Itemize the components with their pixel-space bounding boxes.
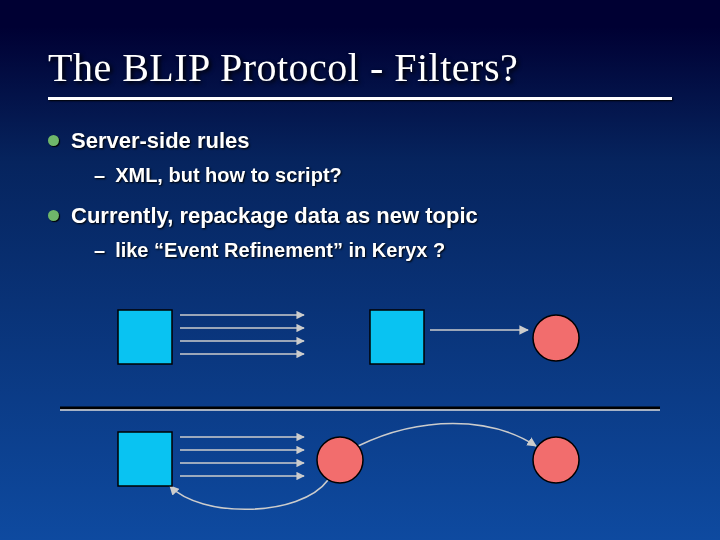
- feedback-arrow: [170, 480, 328, 509]
- title-underline: [48, 97, 672, 100]
- slide-title: The BLIP Protocol - Filters?: [48, 44, 672, 91]
- sub-bullet-text: like “Event Refinement” in Keryx ?: [115, 239, 445, 262]
- dash-icon: –: [94, 239, 105, 262]
- sink-circle: [533, 315, 579, 361]
- relay-square: [370, 310, 424, 364]
- forward-arrow: [358, 424, 536, 447]
- slide-content: Server-side rules – XML, but how to scri…: [48, 128, 672, 262]
- sub-bullet-text: XML, but how to script?: [115, 164, 342, 187]
- arrow-group-bottom-left: [180, 437, 304, 476]
- bullet-text: Server-side rules: [71, 128, 250, 154]
- arrow-group-top-left: [180, 315, 304, 354]
- dash-icon: –: [94, 164, 105, 187]
- sink-circle-2: [533, 437, 579, 483]
- bullet-text: Currently, repackage data as new topic: [71, 203, 478, 229]
- source-square-2: [118, 432, 172, 486]
- bullet-item: Server-side rules: [48, 128, 672, 154]
- bullet-dot-icon: [48, 210, 59, 221]
- slide: The BLIP Protocol - Filters? Server-side…: [0, 0, 720, 540]
- bullet-dot-icon: [48, 135, 59, 146]
- sub-bullet-item: – XML, but how to script?: [94, 164, 672, 187]
- flow-diagram: [0, 300, 720, 530]
- source-square: [118, 310, 172, 364]
- bullet-item: Currently, repackage data as new topic: [48, 203, 672, 229]
- sub-bullet-item: – like “Event Refinement” in Keryx ?: [94, 239, 672, 262]
- filter-circle: [317, 437, 363, 483]
